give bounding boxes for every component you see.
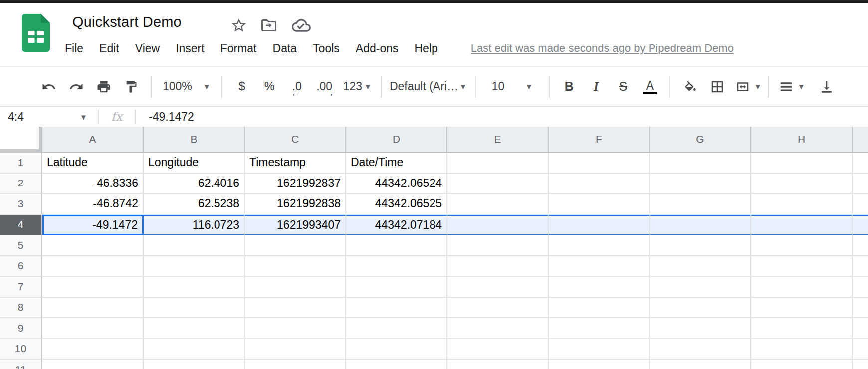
cell-D6[interactable] <box>346 256 447 277</box>
menu-edit[interactable]: Edit <box>99 42 119 55</box>
cell-B1[interactable]: Longitude <box>144 153 245 174</box>
undo-button[interactable] <box>35 79 62 94</box>
cell-G2[interactable] <box>650 174 751 194</box>
cell-G1[interactable] <box>650 153 751 174</box>
decrease-decimals-button[interactable]: .0← <box>283 80 311 93</box>
cell-G5[interactable] <box>650 235 751 256</box>
cell-E10[interactable] <box>447 339 549 360</box>
cell-F9[interactable] <box>549 318 650 339</box>
cell-E9[interactable] <box>447 318 549 339</box>
horizontal-align-button[interactable]: ▼ <box>775 79 805 94</box>
cell-E7[interactable] <box>447 277 549 298</box>
cell-B5[interactable] <box>144 235 245 256</box>
cell-x1[interactable] <box>853 153 868 174</box>
cell-H5[interactable] <box>751 235 853 256</box>
cell-F1[interactable] <box>549 153 650 174</box>
cell-C11[interactable] <box>245 360 346 369</box>
cell-x10[interactable] <box>853 339 868 360</box>
increase-decimals-button[interactable]: .00→ <box>311 80 338 93</box>
row-header-7[interactable]: 7 <box>0 277 42 298</box>
column-header-D[interactable]: D <box>346 127 447 153</box>
cell-E4[interactable] <box>447 215 549 236</box>
cell-F4[interactable] <box>549 215 650 236</box>
chevron-down-icon[interactable]: ▼ <box>80 113 98 121</box>
column-header-A[interactable]: A <box>42 127 144 153</box>
cell-A9[interactable] <box>42 318 144 339</box>
cell-B9[interactable] <box>144 318 245 339</box>
cell-D9[interactable] <box>346 318 447 339</box>
cell-E2[interactable] <box>447 174 549 194</box>
cell-C9[interactable] <box>245 318 346 339</box>
cell-D1[interactable]: Date/Time <box>346 153 447 174</box>
column-header-H[interactable]: H <box>751 127 853 153</box>
cell-H2[interactable] <box>751 174 853 194</box>
cell-D7[interactable] <box>346 277 447 298</box>
row-header-2[interactable]: 2 <box>0 174 42 194</box>
cell-x8[interactable] <box>853 298 868 319</box>
font-select[interactable]: Default (Ari… ▼ <box>390 80 467 93</box>
select-all-corner[interactable] <box>0 127 42 153</box>
cell-B11[interactable] <box>144 360 245 369</box>
formula-input[interactable]: -49.1472 <box>136 110 194 124</box>
more-formats-button[interactable]: 123 ▼ <box>343 80 372 93</box>
cell-G9[interactable] <box>650 318 751 339</box>
cell-B8[interactable] <box>144 298 245 319</box>
cell-C7[interactable] <box>245 277 346 298</box>
menu-data[interactable]: Data <box>273 42 297 55</box>
cell-H6[interactable] <box>751 256 853 277</box>
cell-A10[interactable] <box>42 339 144 360</box>
cell-B3[interactable]: 62.5238 <box>144 194 245 215</box>
bold-button[interactable]: B <box>556 79 583 94</box>
cell-C10[interactable] <box>245 339 346 360</box>
column-header-F[interactable]: F <box>549 127 650 153</box>
cell-D4[interactable]: 44342.07184 <box>346 215 447 236</box>
cell-G4[interactable] <box>650 215 751 236</box>
cell-H7[interactable] <box>751 277 853 298</box>
cell-G10[interactable] <box>650 339 751 360</box>
cell-H8[interactable] <box>751 298 853 319</box>
cell-A3[interactable]: -46.8742 <box>42 194 144 215</box>
cell-F2[interactable] <box>549 174 650 194</box>
last-edit-link[interactable]: Last edit was made seconds ago by Pipedr… <box>471 42 734 55</box>
cell-C8[interactable] <box>245 298 346 319</box>
cell-A7[interactable] <box>42 277 144 298</box>
format-percent-button[interactable]: % <box>256 80 283 93</box>
column-header-partial[interactable] <box>853 127 868 153</box>
cell-F5[interactable] <box>549 235 650 256</box>
cell-D8[interactable] <box>346 298 447 319</box>
menu-insert[interactable]: Insert <box>176 42 205 55</box>
document-title[interactable]: Quickstart Demo <box>72 14 182 30</box>
cell-A11[interactable] <box>42 360 144 369</box>
cell-D10[interactable] <box>346 339 447 360</box>
cell-H3[interactable] <box>751 194 853 215</box>
cell-E6[interactable] <box>447 256 549 277</box>
cell-x4[interactable] <box>853 215 868 236</box>
cell-E3[interactable] <box>447 194 549 215</box>
row-header-11[interactable]: 11 <box>0 360 42 369</box>
cell-G11[interactable] <box>650 360 751 369</box>
cell-D11[interactable] <box>346 360 447 369</box>
row-header-9[interactable]: 9 <box>0 318 42 339</box>
row-header-6[interactable]: 6 <box>0 256 42 277</box>
zoom-select[interactable]: 100% ▼ <box>163 80 211 93</box>
cell-E11[interactable] <box>447 360 549 369</box>
cell-x2[interactable] <box>853 174 868 194</box>
cell-C2[interactable]: 1621992837 <box>245 174 346 194</box>
cell-B10[interactable] <box>144 339 245 360</box>
cell-C3[interactable]: 1621992838 <box>245 194 346 215</box>
move-folder-icon[interactable] <box>259 16 278 35</box>
row-header-10[interactable]: 10 <box>0 339 42 360</box>
row-header-5[interactable]: 5 <box>0 235 42 256</box>
cell-B7[interactable] <box>144 277 245 298</box>
fill-color-button[interactable] <box>676 80 704 94</box>
menu-file[interactable]: File <box>65 42 83 55</box>
format-currency-button[interactable]: $ <box>228 80 256 93</box>
cell-C6[interactable] <box>245 256 346 277</box>
sheets-logo[interactable] <box>22 14 50 54</box>
cell-F8[interactable] <box>549 298 650 319</box>
cell-A1[interactable]: Latitude <box>42 153 144 174</box>
cell-H4[interactable] <box>751 215 853 236</box>
menu-tools[interactable]: Tools <box>313 42 340 55</box>
cell-G3[interactable] <box>650 194 751 215</box>
paint-format-button[interactable] <box>117 80 145 94</box>
